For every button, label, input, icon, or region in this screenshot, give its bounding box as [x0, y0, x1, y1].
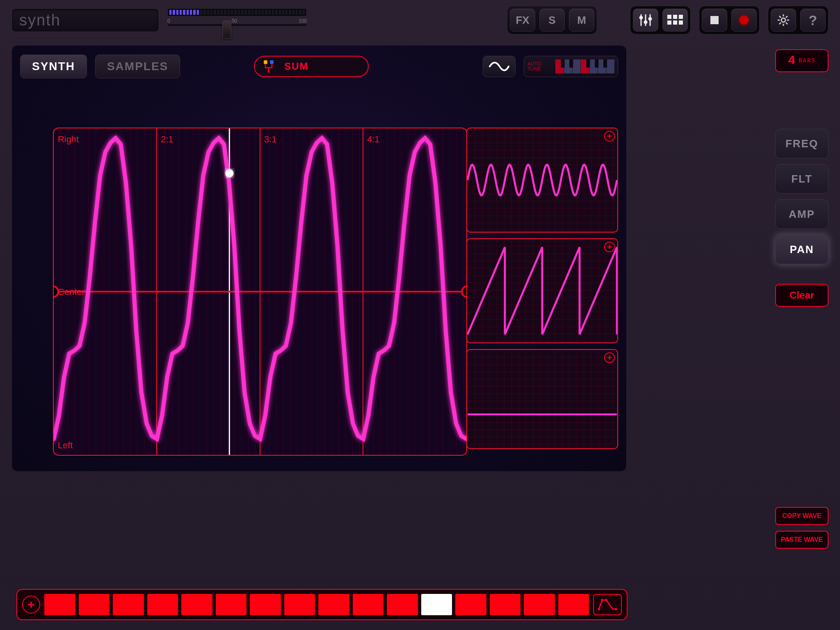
channel-mode-group: FX S M	[507, 6, 597, 34]
param-pan-button[interactable]: PAN	[775, 235, 829, 264]
tab-synth[interactable]: SYNTH	[20, 55, 87, 78]
help-button[interactable]: ?	[800, 9, 826, 32]
sequencer-steps	[44, 594, 589, 615]
param-flt-button[interactable]: FLT	[775, 164, 829, 194]
svg-point-55	[605, 599, 607, 601]
svg-rect-35	[603, 59, 607, 68]
view-switch-group	[630, 6, 691, 34]
svg-rect-32	[569, 59, 573, 68]
step-sequencer: +	[16, 589, 628, 620]
seq-step-14[interactable]	[490, 594, 521, 615]
svg-rect-6	[667, 15, 671, 19]
svg-point-5	[649, 18, 651, 20]
stop-icon	[710, 16, 719, 24]
copy-wave-button[interactable]: COPY WAVE	[775, 507, 829, 525]
clear-button[interactable]: Clear	[775, 284, 829, 307]
svg-point-23	[268, 71, 270, 73]
svg-rect-8	[679, 15, 683, 19]
autotune-label: AUTO TUNE	[527, 62, 553, 71]
mixer-view-button[interactable]	[633, 9, 658, 32]
seq-step-12[interactable]	[421, 594, 452, 615]
svg-line-18	[786, 23, 788, 24]
tab-samples[interactable]: SAMPLES	[95, 55, 180, 78]
sine-icon	[489, 61, 509, 72]
mini-scope-1-add[interactable]: +	[604, 131, 615, 142]
seq-step-15[interactable]	[524, 594, 555, 615]
seq-step-5[interactable]	[181, 594, 212, 615]
svg-rect-10	[673, 21, 677, 25]
combine-mode-label: SUM	[284, 61, 308, 72]
svg-rect-21	[264, 60, 267, 64]
wave-editor-panel: SYNTH SAMPLES SUM AUTO TUNE	[11, 45, 627, 472]
system-group: ?	[768, 6, 829, 34]
mini-scope-2[interactable]: +	[466, 238, 618, 343]
seq-step-4[interactable]	[147, 594, 178, 615]
svg-line-17	[779, 16, 781, 18]
preset-name-text: synth	[19, 11, 61, 29]
svg-rect-33	[587, 59, 590, 68]
seq-step-1[interactable]	[44, 594, 75, 615]
solo-button[interactable]: S	[539, 9, 565, 32]
volume-thumb[interactable]	[222, 21, 231, 39]
stop-button[interactable]	[702, 9, 727, 32]
bars-display[interactable]: 4 BARS	[775, 49, 829, 72]
param-freq-button[interactable]: FREQ	[775, 129, 829, 158]
volume-group: 0 50 100	[167, 8, 307, 32]
svg-rect-9	[667, 21, 671, 25]
svg-rect-22	[270, 60, 274, 64]
record-button[interactable]	[731, 9, 757, 32]
preset-name-field[interactable]: synth	[11, 8, 159, 32]
svg-text:Right: Right	[58, 134, 79, 144]
svg-point-56	[615, 608, 617, 610]
seq-step-13[interactable]	[455, 594, 486, 615]
svg-point-43	[225, 169, 233, 178]
seq-step-11[interactable]	[387, 594, 418, 615]
svg-point-3	[644, 21, 647, 23]
svg-point-1	[640, 16, 642, 19]
svg-rect-26	[572, 59, 580, 73]
seq-step-10[interactable]	[353, 594, 384, 615]
sequencer-add-button[interactable]: +	[22, 596, 40, 614]
wave-shape-toggle[interactable]	[483, 56, 516, 77]
seq-step-3[interactable]	[113, 594, 144, 615]
combine-mode-button[interactable]: SUM	[254, 56, 369, 77]
param-amp-button[interactable]: AMP	[775, 199, 829, 229]
svg-point-12	[781, 18, 785, 22]
mini-scope-3-add[interactable]: +	[604, 352, 615, 363]
autotune-keyboard[interactable]: AUTO TUNE	[524, 56, 618, 77]
bars-count: 4	[788, 54, 795, 68]
volume-slider[interactable]: 0 50 100	[167, 18, 307, 32]
envelope-icon	[598, 598, 617, 611]
svg-rect-11	[679, 21, 683, 25]
svg-text:Center: Center	[58, 287, 85, 297]
svg-rect-30	[606, 59, 614, 73]
seq-step-7[interactable]	[250, 594, 281, 615]
svg-rect-31	[561, 59, 565, 68]
fx-button[interactable]: FX	[510, 9, 535, 32]
sliders-icon	[639, 14, 653, 26]
svg-text:2:1: 2:1	[161, 134, 173, 144]
mini-scope-stack: + + +	[466, 128, 618, 449]
mini-scope-2-add[interactable]: +	[604, 242, 615, 252]
seq-step-9[interactable]	[318, 594, 349, 615]
main-waveform-scope[interactable]: Right Center Left 2:1 3:1 4:1	[53, 128, 467, 456]
record-icon	[740, 16, 749, 25]
paste-wave-button[interactable]: PASTE WAVE	[775, 531, 829, 549]
merge-icon	[263, 60, 274, 73]
settings-button[interactable]	[771, 9, 796, 32]
mini-scope-1[interactable]: +	[466, 128, 618, 233]
seq-step-2[interactable]	[79, 594, 110, 615]
svg-text:4:1: 4:1	[367, 134, 379, 144]
svg-line-19	[786, 16, 788, 18]
envelope-button[interactable]	[593, 594, 622, 615]
pads-view-button[interactable]	[662, 9, 688, 32]
mini-scope-3[interactable]: +	[466, 349, 618, 449]
svg-point-54	[601, 599, 603, 601]
svg-text:Left: Left	[58, 440, 73, 450]
seq-step-16[interactable]	[558, 594, 589, 615]
seq-step-6[interactable]	[216, 594, 247, 615]
seq-step-8[interactable]	[284, 594, 315, 615]
grid-icon	[667, 15, 683, 25]
gear-icon	[777, 14, 790, 26]
mute-button[interactable]: M	[569, 9, 594, 32]
